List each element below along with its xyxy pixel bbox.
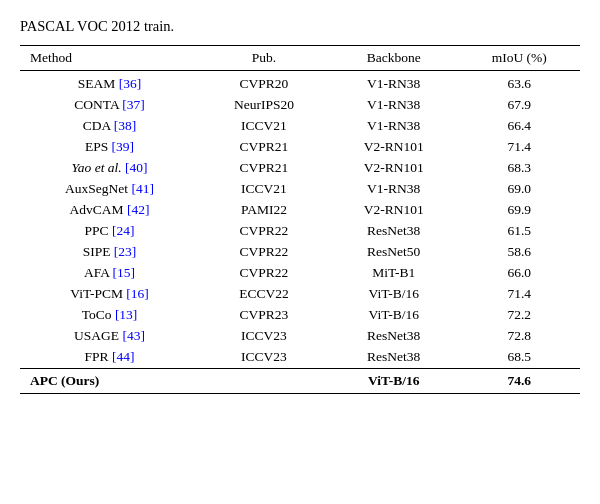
cell-miou: 61.5 xyxy=(459,221,580,242)
cell-miou: 67.9 xyxy=(459,95,580,116)
cell-miou: 71.4 xyxy=(459,137,580,158)
cell-pub: ECCV22 xyxy=(199,284,329,305)
cell-miou: 69.0 xyxy=(459,179,580,200)
cell-method: SEAM [36] xyxy=(20,71,199,95)
page-title: PASCAL VOC 2012 train. xyxy=(20,18,174,35)
cell-pub: CVPR22 xyxy=(199,221,329,242)
cell-pub: ICCV21 xyxy=(199,116,329,137)
cell-backbone: ViT-B/16 xyxy=(329,305,459,326)
cell-backbone: ResNet38 xyxy=(329,221,459,242)
table-row: ToCo [13]CVPR23ViT-B/1672.2 xyxy=(20,305,580,326)
table-row: CDA [38]ICCV21V1-RN3866.4 xyxy=(20,116,580,137)
cell-method: CDA [38] xyxy=(20,116,199,137)
cell-ours-miou: 74.6 xyxy=(459,368,580,393)
cell-method: CONTA [37] xyxy=(20,95,199,116)
cell-method: ViT-PCM [16] xyxy=(20,284,199,305)
cell-backbone: V2-RN101 xyxy=(329,200,459,221)
table-row: ViT-PCM [16]ECCV22ViT-B/1671.4 xyxy=(20,284,580,305)
cell-pub: ICCV23 xyxy=(199,347,329,369)
cell-method: SIPE [23] xyxy=(20,242,199,263)
col-method: Method xyxy=(20,46,199,71)
table-row: Yao et al. [40]CVPR21V2-RN10168.3 xyxy=(20,158,580,179)
cell-method: ToCo [13] xyxy=(20,305,199,326)
cell-method: Yao et al. [40] xyxy=(20,158,199,179)
cell-method: AdvCAM [42] xyxy=(20,200,199,221)
col-backbone: Backbone xyxy=(329,46,459,71)
cell-method: EPS [39] xyxy=(20,137,199,158)
cell-backbone: V1-RN38 xyxy=(329,179,459,200)
cell-pub: ICCV21 xyxy=(199,179,329,200)
cell-miou: 69.9 xyxy=(459,200,580,221)
table-header: Method Pub. Backbone mIoU (%) xyxy=(20,46,580,71)
cell-miou: 66.0 xyxy=(459,263,580,284)
cell-pub: CVPR22 xyxy=(199,263,329,284)
table-row: PPC [24]CVPR22ResNet3861.5 xyxy=(20,221,580,242)
cell-pub: CVPR20 xyxy=(199,71,329,95)
cell-miou: 58.6 xyxy=(459,242,580,263)
cell-backbone: V2-RN101 xyxy=(329,158,459,179)
table-row-ours: APC (Ours)ViT-B/1674.6 xyxy=(20,368,580,393)
cell-pub: CVPR21 xyxy=(199,137,329,158)
cell-backbone: V2-RN101 xyxy=(329,137,459,158)
results-table: Method Pub. Backbone mIoU (%) SEAM [36]C… xyxy=(20,45,580,394)
cell-ours-backbone: ViT-B/16 xyxy=(329,368,459,393)
cell-pub: CVPR22 xyxy=(199,242,329,263)
cell-miou: 72.8 xyxy=(459,326,580,347)
cell-miou: 68.3 xyxy=(459,158,580,179)
table-row: AdvCAM [42]PAMI22V2-RN10169.9 xyxy=(20,200,580,221)
table-row: FPR [44]ICCV23ResNet3868.5 xyxy=(20,347,580,369)
cell-method: AFA [15] xyxy=(20,263,199,284)
cell-pub: CVPR23 xyxy=(199,305,329,326)
col-miou: mIoU (%) xyxy=(459,46,580,71)
cell-ours-pub xyxy=(199,368,329,393)
cell-backbone: V1-RN38 xyxy=(329,95,459,116)
cell-method: USAGE [43] xyxy=(20,326,199,347)
cell-backbone: ViT-B/16 xyxy=(329,284,459,305)
cell-backbone: V1-RN38 xyxy=(329,116,459,137)
cell-pub: NeurIPS20 xyxy=(199,95,329,116)
cell-pub: PAMI22 xyxy=(199,200,329,221)
cell-miou: 68.5 xyxy=(459,347,580,369)
cell-miou: 66.4 xyxy=(459,116,580,137)
cell-miou: 63.6 xyxy=(459,71,580,95)
cell-pub: CVPR21 xyxy=(199,158,329,179)
cell-pub: ICCV23 xyxy=(199,326,329,347)
cell-miou: 71.4 xyxy=(459,284,580,305)
table-row: AFA [15]CVPR22MiT-B166.0 xyxy=(20,263,580,284)
col-pub: Pub. xyxy=(199,46,329,71)
table-row: CONTA [37]NeurIPS20V1-RN3867.9 xyxy=(20,95,580,116)
cell-backbone: V1-RN38 xyxy=(329,71,459,95)
cell-backbone: ResNet38 xyxy=(329,326,459,347)
table-row: SIPE [23]CVPR22ResNet5058.6 xyxy=(20,242,580,263)
cell-method: AuxSegNet [41] xyxy=(20,179,199,200)
cell-method: FPR [44] xyxy=(20,347,199,369)
cell-miou: 72.2 xyxy=(459,305,580,326)
table-row: USAGE [43]ICCV23ResNet3872.8 xyxy=(20,326,580,347)
cell-backbone: ResNet38 xyxy=(329,347,459,369)
cell-backbone: MiT-B1 xyxy=(329,263,459,284)
table-row: SEAM [36]CVPR20V1-RN3863.6 xyxy=(20,71,580,95)
cell-backbone: ResNet50 xyxy=(329,242,459,263)
table-row: AuxSegNet [41]ICCV21V1-RN3869.0 xyxy=(20,179,580,200)
cell-method: PPC [24] xyxy=(20,221,199,242)
cell-ours-method: APC (Ours) xyxy=(20,368,199,393)
table-row: EPS [39]CVPR21V2-RN10171.4 xyxy=(20,137,580,158)
